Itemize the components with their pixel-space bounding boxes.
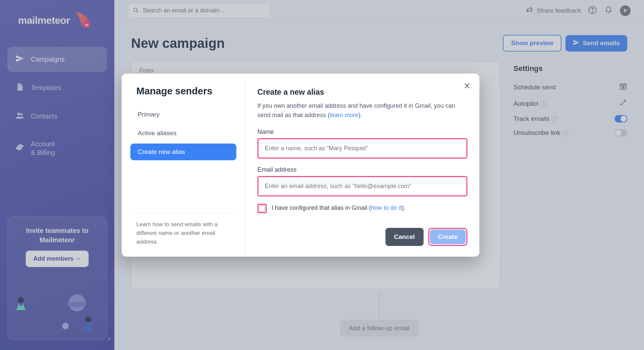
tab-primary[interactable]: Primary bbox=[130, 106, 236, 123]
close-icon: ✕ bbox=[463, 81, 471, 91]
modal-content: ✕ Create a new alias If you own another … bbox=[245, 74, 479, 257]
name-label: Name bbox=[257, 128, 467, 136]
tab-active-aliases[interactable]: Active aliases bbox=[130, 125, 236, 142]
configured-checkbox[interactable] bbox=[259, 205, 265, 211]
modal-section-title: Create a new alias bbox=[257, 88, 467, 97]
modal-description: If you own another email address and hav… bbox=[257, 101, 467, 120]
checkbox-label: I have configured that alias in Gmail (h… bbox=[272, 204, 405, 211]
cancel-button[interactable]: Cancel bbox=[385, 228, 423, 246]
how-to-link[interactable]: how to do it bbox=[371, 204, 402, 211]
name-input-highlight bbox=[257, 138, 467, 159]
configured-checkbox-row: I have configured that alias in Gmail (h… bbox=[257, 204, 467, 213]
learn-more-link[interactable]: learn more bbox=[330, 112, 358, 118]
tab-create-alias[interactable]: Create new alias bbox=[130, 144, 236, 160]
create-button-highlight: Create bbox=[428, 228, 467, 246]
close-button[interactable]: ✕ bbox=[462, 81, 472, 91]
modal-title: Manage senders bbox=[130, 86, 236, 97]
alias-name-input[interactable] bbox=[259, 140, 466, 157]
checkbox-highlight bbox=[257, 204, 267, 213]
create-button[interactable]: Create bbox=[430, 230, 466, 244]
email-label: Email address bbox=[257, 166, 467, 173]
alias-email-input[interactable] bbox=[259, 178, 466, 195]
modal-sidebar: Manage senders Primary Active aliases Cr… bbox=[122, 74, 245, 257]
modal-help-text: Learn how to send emails with a differen… bbox=[130, 213, 236, 247]
manage-senders-modal: Manage senders Primary Active aliases Cr… bbox=[122, 74, 479, 257]
email-input-highlight bbox=[257, 176, 467, 196]
